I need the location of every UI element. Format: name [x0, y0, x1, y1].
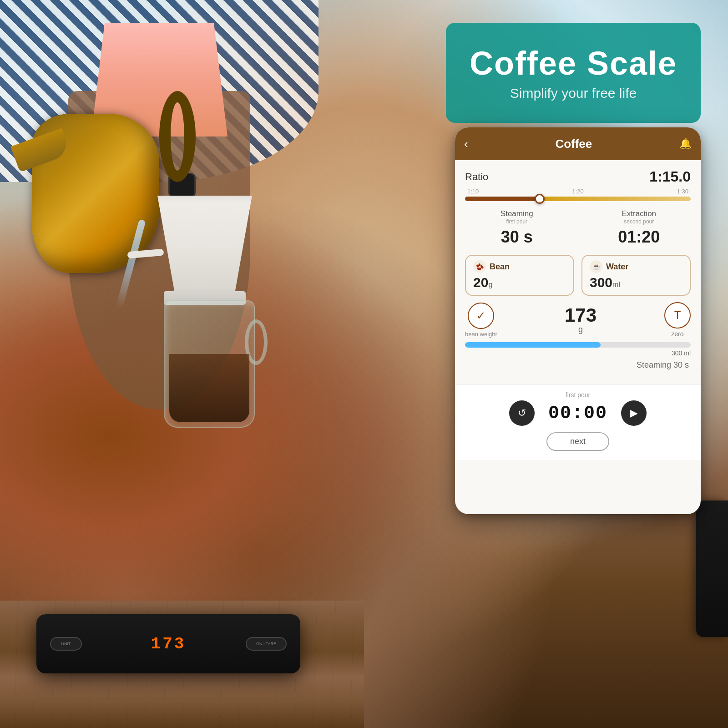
app-body: Ratio 1:15.0 1:10 1:20 1:30 Steaming fir…: [455, 160, 701, 384]
progress-track: [465, 342, 691, 348]
timer-bottom: first pour ↺ 00:00 ▶ next: [455, 384, 701, 460]
weight-number: 173: [565, 306, 597, 325]
ratio-row: Ratio 1:15.0: [465, 168, 691, 185]
phone-device-right: [696, 500, 728, 637]
controls-row: ✓ bean weight 173 g T zero: [465, 302, 691, 338]
bean-icon: 🫘: [473, 260, 486, 273]
slider-label-1: 1:10: [467, 188, 479, 195]
phone-app: ‹ Coffee 🔔 Ratio 1:15.0 1:10 1:20 1:30 S…: [455, 127, 701, 514]
extraction-block: Extraction second pour 01:20: [587, 209, 691, 247]
ratio-label: Ratio: [465, 171, 488, 183]
timer-reset-button[interactable]: ↺: [509, 400, 535, 426]
steaming-label: Steaming: [465, 209, 569, 218]
bell-icon[interactable]: 🔔: [679, 138, 692, 150]
timer-controls: ↺ 00:00 ▶: [465, 400, 691, 426]
bean-weight-control: ✓ bean weight: [465, 303, 497, 338]
main-subtitle: Simplify your free life: [510, 86, 637, 101]
ratio-value: 1:15.0: [649, 168, 691, 185]
timer-divider: [578, 212, 578, 244]
zero-button[interactable]: T: [664, 302, 691, 329]
weight-unit: g: [578, 325, 583, 334]
carafe: [164, 300, 255, 428]
bean-card[interactable]: 🫘 Bean 20g: [465, 255, 574, 296]
zero-label: zero: [671, 330, 683, 338]
bean-weight-label: bean weight: [465, 331, 497, 338]
timer-pour-label: first pour: [465, 391, 691, 399]
water-value: 300ml: [590, 275, 682, 290]
coffee-liquid: [169, 354, 249, 422]
steaming-value: 30 s: [465, 228, 569, 247]
slider-label-3: 1:30: [677, 188, 688, 195]
extraction-value: 01:20: [587, 228, 691, 247]
bean-value: 20g: [473, 275, 566, 290]
water-label: Water: [606, 262, 628, 272]
app-title: Coffee: [555, 137, 592, 151]
bean-label: Bean: [490, 262, 510, 272]
scale-display: 173: [151, 635, 186, 653]
play-icon: ▶: [630, 407, 638, 419]
bean-unit: g: [488, 281, 492, 288]
next-button-container: next: [465, 432, 691, 451]
scale-on-tare-button[interactable]: ON | TARE: [246, 637, 287, 651]
extraction-sublabel: second pour: [587, 218, 691, 225]
steaming-status: Steaming 30 s: [465, 360, 691, 370]
weight-display: 173 g: [565, 306, 597, 334]
slider-label-2: 1:20: [572, 188, 583, 195]
water-unit: ml: [612, 281, 620, 288]
dripper-handle: [127, 249, 164, 259]
steaming-sublabel: first pour: [465, 218, 569, 225]
kettle-handle: [159, 91, 196, 182]
next-button[interactable]: next: [546, 432, 609, 451]
check-button[interactable]: ✓: [468, 303, 494, 329]
zero-control: T zero: [664, 302, 691, 338]
dripper-container: [118, 196, 291, 514]
progress-section: 300 ml: [465, 342, 691, 357]
zero-icon: T: [674, 309, 681, 322]
water-icon: ☕: [590, 260, 602, 273]
progress-target-label: 300 ml: [465, 349, 691, 357]
app-header: ‹ Coffee 🔔: [455, 127, 701, 160]
steaming-block: Steaming first pour 30 s: [465, 209, 569, 247]
slider-labels: 1:10 1:20 1:30: [465, 188, 691, 195]
main-title: Coffee Scale: [470, 45, 677, 82]
progress-fill: [465, 342, 601, 348]
check-icon: ✓: [476, 309, 485, 322]
reset-icon: ↺: [518, 407, 526, 419]
slider-thumb[interactable]: [535, 194, 545, 204]
scale: UNIT 173 ON | TARE: [36, 614, 300, 673]
dripper-cone: [146, 196, 264, 296]
water-card-header: ☕ Water: [590, 260, 682, 273]
timer-play-button[interactable]: ▶: [621, 400, 647, 426]
water-card[interactable]: ☕ Water 300ml: [581, 255, 691, 296]
ratio-slider[interactable]: [465, 197, 691, 201]
timer-display: 00:00: [548, 403, 607, 424]
bean-card-header: 🫘 Bean: [473, 260, 566, 273]
extraction-label: Extraction: [587, 209, 691, 218]
back-button[interactable]: ‹: [464, 137, 468, 151]
steaming-extraction-section: Steaming first pour 30 s Extraction seco…: [465, 209, 691, 247]
scale-unit-button[interactable]: UNIT: [50, 637, 82, 651]
header-banner: Coffee Scale Simplify your free life: [446, 23, 701, 123]
bean-water-section: 🫘 Bean 20g ☕ Water 300ml: [465, 255, 691, 296]
